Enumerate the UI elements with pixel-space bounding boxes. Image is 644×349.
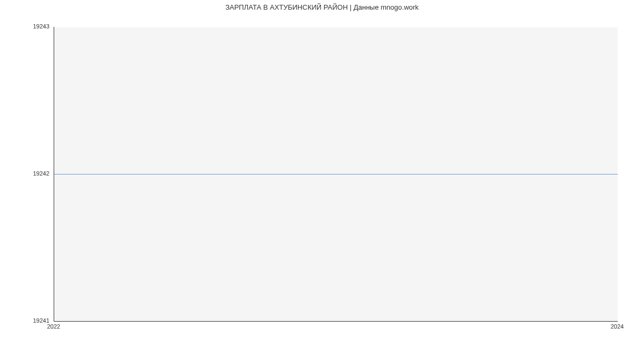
y-tick-label: 19242: [17, 170, 49, 177]
chart-title: ЗАРПЛАТА В АХТУБИНСКИЙ РАЙОН | Данные mn…: [0, 3, 644, 11]
plot-area: [54, 27, 618, 322]
gridline: [54, 27, 618, 27]
x-tick-label: 2022: [43, 323, 64, 330]
x-tick-label: 2024: [606, 323, 628, 330]
series-line: [54, 174, 618, 174]
y-tick-label: 19243: [17, 23, 49, 30]
